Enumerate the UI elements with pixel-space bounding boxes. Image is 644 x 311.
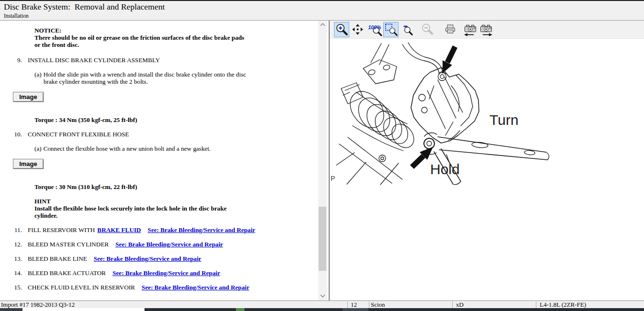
taskbar-segment-green <box>236 308 244 311</box>
notice-label: NOTICE: <box>34 27 251 34</box>
torque-spec-2: Torque : 30 Nm (310 kgf-cm, 22 ft-lbf) <box>34 183 318 190</box>
torque-spec-1: Torque : 34 Nm (350 kgf-cm, 25 ft-lbf) <box>34 116 318 123</box>
step-number: 9. <box>11 56 22 64</box>
camera-prev-icon <box>463 22 477 37</box>
step-title: BLEED BRAKE LINE <box>28 255 87 262</box>
status-separator <box>536 301 536 308</box>
chevron-up-icon <box>320 23 325 28</box>
zoom-out-button <box>420 22 435 37</box>
see-brake-bleeding-link[interactable]: See: Brake Bleeding/Service and Repair <box>112 269 220 277</box>
status-import-text: Import #17 1982-2013 Q3-12 <box>1 301 75 309</box>
chevron-down-icon <box>320 293 325 298</box>
doc-scrollbar[interactable] <box>318 21 327 300</box>
status-cell-model: xD <box>456 301 464 309</box>
hint-label: HINT <box>34 198 231 205</box>
taskbar-segment <box>0 308 22 311</box>
substep-label: (a) <box>34 145 42 152</box>
status-separator <box>452 301 453 308</box>
step-14: 14. BLEED BRAKE ACTUATOR See: Brake Blee… <box>11 269 318 277</box>
page-subtitle: Installation <box>4 13 29 19</box>
scroll-thumb[interactable] <box>319 207 326 271</box>
fit-page-icon <box>384 22 398 36</box>
fit-page-button[interactable] <box>383 22 399 37</box>
up-arrow-icon <box>410 147 433 169</box>
step-title: INSTALL DISC BRAKE CYLINDER ASSEMBLY <box>28 56 160 64</box>
step-11: 11. FILL RESERVOIR WITH BRAKE FLUID See:… <box>11 226 318 233</box>
page-marker: P <box>331 175 335 182</box>
status-separator <box>347 301 348 308</box>
step-number: 10. <box>11 131 22 138</box>
next-image-button[interactable] <box>478 22 494 37</box>
hint-text: Install the flexible hose lock securely … <box>34 205 231 219</box>
substep-text: Hold the slide pin with a wrench and ins… <box>44 71 246 85</box>
see-brake-bleeding-link[interactable]: See: Brake Bleeding/Service and Repair <box>94 255 201 262</box>
statusbar: Import #17 1982-2013 Q3-12 12 Scion xD L… <box>0 300 644 308</box>
taskbar-segment <box>22 308 144 311</box>
hold-label: Hold <box>430 161 460 177</box>
image-button[interactable]: Image <box>13 92 44 102</box>
step-9: 9. INSTALL DISC BRAKE CYLINDER ASSEMBLY <box>11 56 318 64</box>
brake-fluid-link[interactable]: BRAKE FLUID <box>97 226 141 233</box>
document-panel: NOTICE: There should be no oil or grease… <box>0 21 318 300</box>
step-number: 13. <box>11 255 22 262</box>
substep-text: Connect the flexible hose with a new uni… <box>44 145 211 152</box>
step-title: BLEED MASTER CYLINDER <box>28 241 109 248</box>
status-cell-make: Scion <box>371 301 385 309</box>
zoom-in-icon <box>335 22 349 36</box>
hint-block: HINT Install the flexible hose lock secu… <box>34 198 231 219</box>
camera-next-icon <box>479 22 493 37</box>
image-button[interactable]: Image <box>13 159 44 169</box>
down-arrow-icon <box>443 45 457 73</box>
step-title: CHECK FLUID LEVEL IN RESERVOIR <box>28 284 135 291</box>
image-panel: 100% <box>329 21 644 300</box>
status-separator <box>369 301 369 308</box>
fit-width-icon <box>400 22 414 36</box>
print-icon <box>444 23 457 36</box>
status-cell-engine: L4-1.8L (2ZR-FE) <box>540 301 586 309</box>
see-brake-bleeding-link[interactable]: See: Brake Bleeding/Service and Repair <box>115 241 223 248</box>
step-number: 11. <box>11 226 22 233</box>
step-title: FILL RESERVOIR WITH <box>28 226 95 233</box>
step-title: CONNECT FRONT FLEXIBLE HOSE <box>28 131 129 138</box>
taskbar-sliver <box>0 308 644 311</box>
step-10: 10. CONNECT FRONT FLEXIBLE HOSE <box>11 131 318 138</box>
zoom-in-button[interactable] <box>334 22 349 37</box>
step-15: 15. CHECK FLUID LEVEL IN RESERVOIR See: … <box>11 284 318 291</box>
zoom-100-icon: 100% <box>368 22 382 37</box>
print-button[interactable] <box>443 22 458 37</box>
zoom-out-icon <box>421 22 434 36</box>
status-cell-year: 12 <box>351 301 357 309</box>
scroll-up-button[interactable] <box>318 21 327 29</box>
step-number: 12. <box>11 241 22 248</box>
step-title: BLEED BRAKE ACTUATOR <box>28 269 106 277</box>
brake-caliper-illustration: Turn Hold <box>335 42 553 186</box>
zoom-100-button[interactable]: 100% <box>367 22 383 37</box>
svg-text:100%: 100% <box>368 24 382 30</box>
step-number: 14. <box>11 269 22 277</box>
illustration-viewport[interactable]: P <box>330 39 644 300</box>
image-toolbar: 100% <box>330 21 644 39</box>
page-title: Disc Brake System: Removal and Replaceme… <box>4 2 165 12</box>
fit-width-button[interactable] <box>399 22 414 37</box>
notice-text: There should be no oil or grease on the … <box>34 34 251 48</box>
scroll-down-button[interactable] <box>318 292 327 300</box>
app-window: Disc Brake System: Removal and Replaceme… <box>0 0 644 311</box>
pan-button[interactable] <box>350 22 365 37</box>
step-12: 12. BLEED MASTER CYLINDER See: Brake Ble… <box>11 241 318 248</box>
prev-image-button[interactable] <box>463 22 478 37</box>
titlebar: Disc Brake System: Removal and Replaceme… <box>0 0 644 21</box>
see-brake-bleeding-link[interactable]: See: Brake Bleeding/Service and Repair <box>148 226 255 233</box>
pan-icon <box>351 23 364 36</box>
substep-label: (a) <box>34 71 42 78</box>
see-brake-bleeding-link[interactable]: See: Brake Bleeding/Service and Repair <box>142 284 249 291</box>
substep-9a: (a)Hold the slide pin with a wrench and … <box>34 71 251 85</box>
step-13: 13. BLEED BRAKE LINE See: Brake Bleeding… <box>11 255 318 262</box>
taskbar-segment <box>343 308 368 311</box>
notice-block: NOTICE: There should be no oil or grease… <box>34 27 251 48</box>
step-number: 15. <box>11 284 22 291</box>
turn-label: Turn <box>489 112 519 128</box>
substep-10a: (a)Connect the flexible hose with a new … <box>34 145 251 152</box>
